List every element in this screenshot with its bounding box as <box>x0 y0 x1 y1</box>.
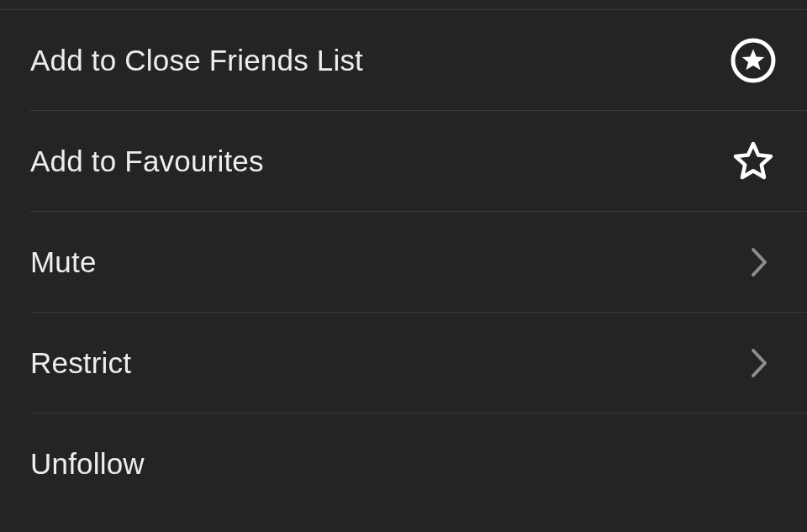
menu-item-unfollow[interactable]: Unfollow <box>0 413 807 514</box>
menu-item-favourites[interactable]: Add to Favourites <box>0 111 807 212</box>
menu-item-close-friends[interactable]: Add to Close Friends List <box>0 10 807 111</box>
menu-label: Mute <box>30 245 97 279</box>
menu-label: Add to Favourites <box>30 145 264 178</box>
star-badge-icon <box>730 37 777 84</box>
chevron-right-icon <box>743 346 777 380</box>
chevron-right-icon <box>743 245 777 279</box>
menu-label: Add to Close Friends List <box>30 44 363 77</box>
menu-list: Add to Close Friends List Add to Favouri… <box>0 10 807 514</box>
menu-item-restrict[interactable]: Restrict <box>0 313 807 413</box>
menu-label: Restrict <box>30 346 131 380</box>
menu-item-mute[interactable]: Mute <box>0 212 807 313</box>
menu-label: Unfollow <box>30 447 145 481</box>
star-outline-icon <box>730 138 777 185</box>
